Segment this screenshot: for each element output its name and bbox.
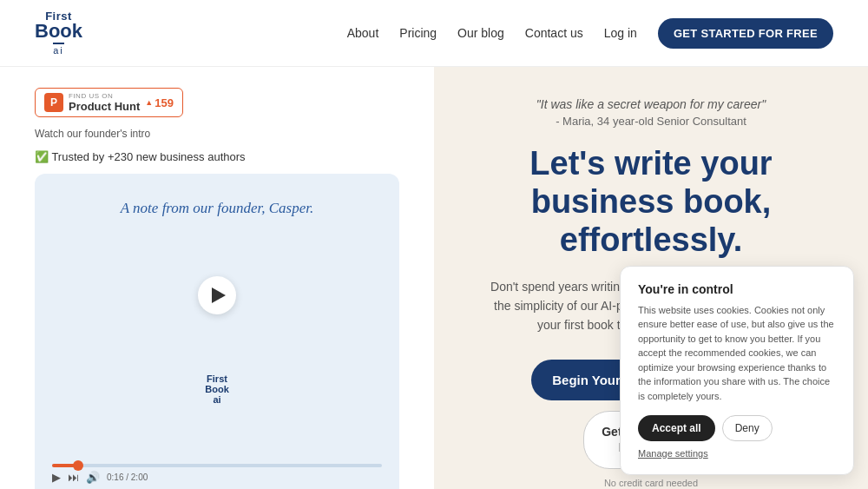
product-hunt-text: FIND US ON Product Hunt <box>69 92 140 113</box>
nav-about[interactable]: About <box>347 26 379 40</box>
trusted-text: ✅ Trusted by +230 new business authors <box>35 150 246 163</box>
cookie-text: This website uses cookies. Cookies not o… <box>638 303 836 404</box>
progress-thumb <box>73 460 83 471</box>
skip-icon[interactable]: ⏭ <box>68 471 79 484</box>
no-credit-text: No credit card needed <box>604 478 698 488</box>
play-icon <box>212 287 226 303</box>
cookie-deny-button[interactable]: Deny <box>722 415 773 441</box>
video-logo-book: Book <box>205 384 229 394</box>
trusted-line: ✅ Trusted by +230 new business authors <box>35 150 399 163</box>
video-time: 0:16 / 2:00 <box>107 472 148 482</box>
progress-bar[interactable] <box>52 464 382 467</box>
left-panel: P FIND US ON Product Hunt ▲ 159 Watch ou… <box>0 67 434 489</box>
video-logo: First Book ai <box>205 373 229 405</box>
cookie-settings-link[interactable]: Manage settings <box>638 448 708 459</box>
nav-login[interactable]: Log in <box>604 26 637 40</box>
testimonial-author: - Maria, 34 year-old Senior Consultant <box>556 115 746 128</box>
volume-icon[interactable]: 🔊 <box>86 471 100 484</box>
ph-count-number: 159 <box>155 96 174 109</box>
nav-blog[interactable]: Our blog <box>457 26 504 40</box>
nav-links: About Pricing Our blog Contact us Log in… <box>347 18 833 49</box>
ph-find-label: FIND US ON <box>69 92 140 100</box>
watch-intro-text: Watch our founder's intro <box>35 128 399 140</box>
logo-book: Book <box>35 22 82 41</box>
ph-name-label: Product Hunt <box>69 100 140 113</box>
site-logo[interactable]: First Book ai <box>35 10 82 56</box>
video-logo-ai: ai <box>205 394 229 405</box>
testimonial-quote: "It was like a secret weapon for my care… <box>536 97 766 111</box>
hero-headline: Let's write your business book, effortle… <box>529 145 772 259</box>
product-hunt-badge[interactable]: P FIND US ON Product Hunt ▲ 159 <box>35 88 183 117</box>
cookie-title: You're in control <box>638 282 836 296</box>
product-hunt-icon: P <box>44 93 63 112</box>
video-controls: ▶ ⏭ 🔊 0:16 / 2:00 <box>52 464 382 484</box>
cookie-banner: You're in control This website uses cook… <box>620 266 854 476</box>
progress-fill <box>52 464 78 467</box>
logo-ai: ai <box>53 43 64 56</box>
video-note-text: A note from our founder, Casper. <box>121 191 313 217</box>
ph-arrow-icon: ▲ <box>145 98 153 107</box>
nav-cta-button[interactable]: GET STARTED FOR FREE <box>658 18 833 49</box>
cookie-accept-button[interactable]: Accept all <box>638 415 715 441</box>
control-row: ▶ ⏭ 🔊 0:16 / 2:00 <box>52 471 382 484</box>
cookie-buttons: Accept all Deny Manage settings <box>638 415 836 459</box>
nav-contact[interactable]: Contact us <box>525 26 583 40</box>
nav-pricing[interactable]: Pricing <box>399 26 437 40</box>
video-player: A note from our founder, Casper. First B… <box>35 174 399 489</box>
headline-line3: effortlessly. <box>560 221 742 258</box>
play-ctrl-icon[interactable]: ▶ <box>52 471 61 484</box>
play-button[interactable] <box>198 276 236 314</box>
navbar: First Book ai About Pricing Our blog Con… <box>0 0 868 67</box>
ph-count: ▲ 159 <box>145 96 174 109</box>
headline-line1: Let's write your <box>529 145 772 182</box>
headline-line2: business book, <box>531 183 772 220</box>
video-logo-first: First <box>205 373 229 384</box>
